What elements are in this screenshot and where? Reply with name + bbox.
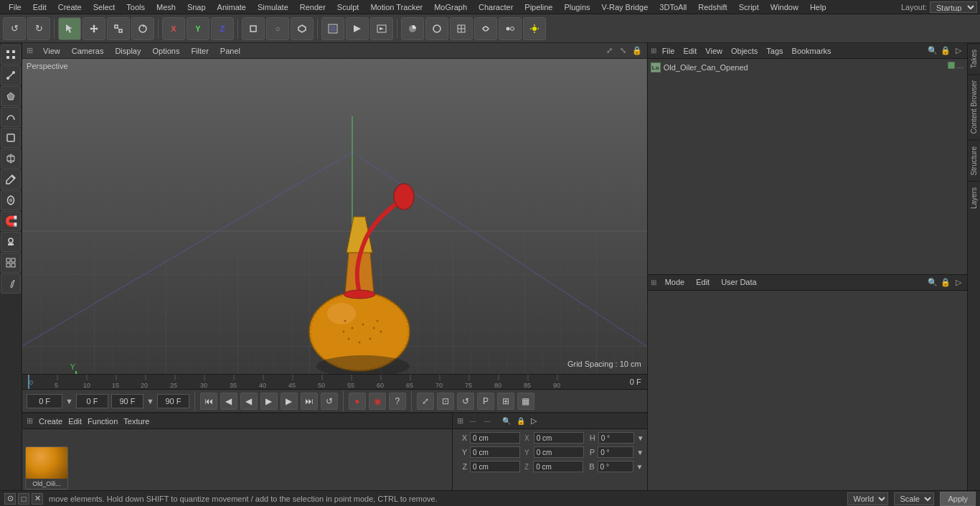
pb-arrow-down2[interactable]: ▼ <box>146 397 154 406</box>
status-icon-3[interactable]: ✕ <box>32 493 43 505</box>
vp-menu-filter[interactable]: Filter <box>187 45 212 57</box>
sidebar-edge-mode[interactable] <box>1 65 21 85</box>
attr-lock-icon2[interactable]: 🔒 <box>940 276 951 288</box>
param-pb-button[interactable]: P <box>477 393 494 410</box>
menu-edit[interactable]: Edit <box>27 1 52 13</box>
object-dot-green[interactable] <box>948 62 955 69</box>
attr-icon-more[interactable]: ▷ <box>531 416 537 426</box>
x-axis-button[interactable]: X <box>162 17 185 40</box>
mat-menu-function[interactable]: Function <box>88 417 118 426</box>
far-tab-layers[interactable]: Layers <box>968 181 980 215</box>
play-reverse-button[interactable]: ◀ <box>240 393 258 410</box>
attr-y-field[interactable] <box>470 446 520 458</box>
menu-animate[interactable]: Animate <box>212 1 252 13</box>
sidebar-brush[interactable] <box>1 273 21 294</box>
menu-snap[interactable]: Snap <box>182 1 212 13</box>
render-button[interactable] <box>346 17 369 40</box>
loop-button[interactable]: ↺ <box>321 393 338 410</box>
obj-menu-file[interactable]: File <box>659 47 678 55</box>
pb-arrow-down[interactable]: ▼ <box>65 397 73 406</box>
menu-tools[interactable]: Tools <box>121 1 151 13</box>
attr-p-arrow[interactable]: ▼ <box>636 449 644 456</box>
rotate-pb-button[interactable]: ↺ <box>457 393 474 410</box>
record-button[interactable]: ● <box>349 393 366 410</box>
sidebar-sculpt2[interactable] <box>1 190 21 210</box>
menu-window[interactable]: Window <box>765 1 804 13</box>
vp-menu-options[interactable]: Options <box>148 45 184 57</box>
attr-b-arrow[interactable]: ▼ <box>636 463 644 471</box>
vp-lock-icon[interactable]: 🔒 <box>631 45 643 57</box>
apply-button[interactable]: Apply <box>940 492 976 506</box>
obj-menu-edit[interactable]: Edit <box>680 47 699 55</box>
vp-expand-icon[interactable]: ⤢ <box>604 45 616 57</box>
scale-select[interactable]: Scale <box>894 492 934 505</box>
attr-z2-field[interactable] <box>533 461 583 472</box>
sidebar-point-mode[interactable] <box>1 44 21 65</box>
obj-search-icon[interactable]: 🔍 <box>927 45 938 57</box>
attr-p-field[interactable] <box>598 446 633 458</box>
attr-x2-field[interactable] <box>534 432 584 444</box>
mograph-button[interactable] <box>499 17 522 40</box>
menu-mesh[interactable]: Mesh <box>151 1 182 13</box>
deform-button[interactable] <box>474 17 497 40</box>
menu-vray[interactable]: V-Ray Bridge <box>596 1 654 13</box>
status-icon-2[interactable]: □ <box>18 493 29 505</box>
material-swatch[interactable]: Old_Oili... <box>25 446 68 489</box>
render-region-button[interactable] <box>321 17 344 40</box>
obj-menu-bookmarks[interactable]: Bookmarks <box>789 47 834 55</box>
menu-help[interactable]: Help <box>804 1 832 13</box>
attr-more-icon2[interactable]: ▷ <box>953 276 964 288</box>
scale-pb-button[interactable]: ⊡ <box>437 393 454 410</box>
render-to-picture-viewer[interactable] <box>370 17 393 40</box>
wireframe-button[interactable] <box>425 17 448 40</box>
attr-userdata-menu[interactable]: User Data <box>718 278 760 286</box>
menu-3dtoall[interactable]: 3DToAll <box>654 1 692 13</box>
menu-mograph[interactable]: MoGraph <box>428 1 473 13</box>
mat-menu-create[interactable]: Create <box>39 417 62 426</box>
far-tab-takes[interactable]: Takes <box>968 43 980 74</box>
light-button[interactable] <box>523 17 546 40</box>
z-axis-button[interactable]: Z <box>211 17 234 40</box>
grid-pb-button[interactable]: ⊞ <box>497 393 514 410</box>
scale-tool-button[interactable] <box>107 17 130 40</box>
null-button[interactable]: ○ <box>266 17 289 40</box>
mat-menu-edit[interactable]: Edit <box>68 417 82 426</box>
render-pb-button[interactable]: ▦ <box>517 393 534 410</box>
attr-h-arrow[interactable]: ▼ <box>637 434 644 442</box>
sidebar-object-mode2[interactable] <box>1 128 21 148</box>
menu-redshift[interactable]: Redshift <box>692 1 732 13</box>
obj-lock-icon[interactable]: 🔒 <box>940 45 951 57</box>
sidebar-pen[interactable] <box>1 169 21 189</box>
sidebar-cube[interactable] <box>1 149 21 169</box>
menu-sculpt[interactable]: Sculpt <box>331 1 365 13</box>
menu-motion-tracker[interactable]: Motion Tracker <box>364 1 428 13</box>
rotate-tool-button[interactable] <box>131 17 154 40</box>
attr-edit-menu[interactable]: Edit <box>693 278 712 286</box>
sidebar-magnet[interactable]: 🧲 <box>1 211 21 231</box>
move-pb-button[interactable]: ⤢ <box>417 393 434 410</box>
auto-key-button[interactable]: ◉ <box>369 393 386 410</box>
play-button[interactable]: ▶ <box>260 393 278 410</box>
obj-menu-objects[interactable]: Objects <box>728 47 760 55</box>
sidebar-spline-mode[interactable] <box>1 107 21 127</box>
move-tool-button[interactable] <box>83 17 105 40</box>
menu-character[interactable]: Character <box>473 1 519 13</box>
menu-pipeline[interactable]: Pipeline <box>519 1 558 13</box>
prev-frame-button[interactable]: ◀ <box>220 393 237 410</box>
vp-move-icon[interactable]: ⤡ <box>618 45 629 57</box>
attr-y2-field[interactable] <box>534 446 584 458</box>
end-frame-input[interactable] <box>111 394 143 408</box>
attr-b-field[interactable] <box>598 461 633 472</box>
world-select[interactable]: World <box>847 492 888 505</box>
isoline-button[interactable] <box>450 17 473 40</box>
obj-more-icon[interactable]: ▷ <box>953 45 964 57</box>
goto-start-button[interactable]: ⏮ <box>200 393 217 410</box>
attr-x-field[interactable] <box>470 432 520 444</box>
redo-button[interactable]: ↻ <box>27 17 50 40</box>
attr-icon-search[interactable]: 🔍 <box>502 417 511 425</box>
menu-select[interactable]: Select <box>88 1 121 13</box>
poly-button[interactable] <box>291 17 314 40</box>
viewport[interactable]: X Y <box>22 59 647 374</box>
vp-menu-display[interactable]: Display <box>110 45 145 57</box>
object-mode-button[interactable] <box>242 17 265 40</box>
